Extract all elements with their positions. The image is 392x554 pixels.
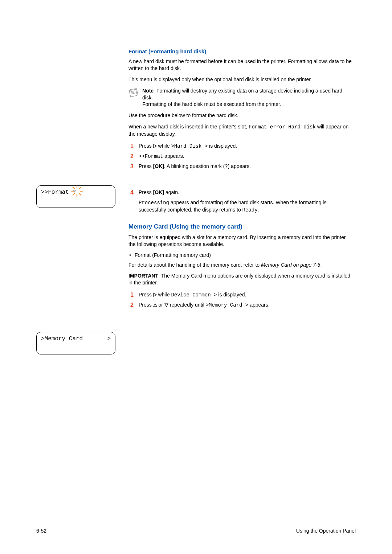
left-column: >>Format ? [36, 48, 120, 312]
para: When a new hard disk is inserted in the … [128, 123, 353, 138]
ok-key: [OK] [153, 163, 164, 169]
step-sub: Processing appears and formatting of the… [139, 199, 353, 214]
ordered-list: 1 Press while >Hard Disk > is displayed.… [128, 142, 353, 171]
code: Device Common > [171, 292, 217, 298]
svg-line-4 [73, 187, 75, 189]
svg-line-6 [79, 187, 81, 189]
note-label: Note [142, 88, 154, 94]
lcd-text-right: > [107, 336, 111, 342]
svg-marker-15 [154, 304, 157, 307]
note-text: Note Formatting will destroy any existin… [142, 87, 353, 108]
para: Use the procedure below to format the ha… [128, 112, 353, 119]
footer-title: Using the Operation Panel [296, 528, 356, 534]
code: Processing [139, 200, 169, 206]
lcd-text: >>Format ? [41, 189, 76, 196]
bullet-item: • Format (Formatting memory card) [129, 252, 353, 258]
content: >>Format ? [36, 48, 356, 312]
svg-marker-9 [129, 89, 137, 97]
para: This menu is displayed only when the opt… [128, 76, 353, 83]
note-block: Note Formatting will destroy any existin… [128, 87, 353, 108]
code: ? [225, 164, 228, 169]
triangle-right-icon [153, 293, 157, 297]
ordered-list: 4 Press [OK] again. Processing appears a… [128, 188, 353, 217]
para: A new hard disk must be formatted before… [128, 58, 353, 72]
code: Format error Hard disk [249, 124, 316, 130]
note-icon [128, 88, 139, 97]
heading-format: Format (Formatting hard disk) [128, 48, 353, 54]
right-column: Format (Formatting hard disk) A new hard… [128, 48, 356, 312]
step-number: 3 [128, 162, 134, 171]
footer-rule [36, 524, 356, 524]
bullet-dot: • [129, 252, 131, 258]
ok-key: [OK] [153, 189, 164, 195]
para: For details about the handling of the me… [128, 262, 353, 268]
svg-marker-14 [154, 293, 156, 296]
triangle-up-icon [153, 303, 157, 307]
reference: Memory Card on page 7-5 [261, 262, 320, 268]
heading-memory-card: Memory Card (Using the memory card) [128, 223, 353, 230]
important-label: IMPORTANT [128, 273, 158, 279]
svg-marker-13 [154, 144, 156, 148]
step-number: 2 [128, 152, 134, 161]
note-body: Formatting will destroy any existing dat… [142, 88, 342, 100]
step-number: 4 [128, 188, 134, 217]
page-number: 6-52 [36, 528, 46, 534]
triangle-down-icon [164, 303, 168, 307]
bullet-text: Format (Formatting memory card) [135, 252, 211, 258]
para: The printer is equipped with a slot for … [128, 234, 353, 248]
code: >Memory Card > [206, 302, 249, 308]
step-number: 2 [128, 301, 134, 309]
top-rule [36, 32, 356, 32]
code: Ready [242, 207, 258, 213]
list-item: 1 Press while >Hard Disk > is displayed. [128, 142, 353, 151]
important-body: The Memory Card menu options are only di… [128, 273, 350, 286]
list-item: 2 Press or repeatedly until >Memory Card… [128, 301, 353, 309]
list-item: 2 >>Format appears. [128, 152, 353, 161]
lcd-text-left: >Memory Card [41, 336, 83, 342]
lcd-display-format: >>Format ? [36, 185, 115, 208]
footer: 6-52 Using the Operation Panel [36, 524, 356, 534]
important-block: IMPORTANT The Memory Card menu options a… [128, 272, 353, 286]
svg-line-5 [79, 194, 81, 196]
code: >>Format [139, 153, 163, 159]
ordered-list: 1 Press while Device Common > is display… [128, 291, 353, 309]
lcd-display-memory-card: >Memory Card > [36, 332, 115, 354]
list-item: 3 Press [OK]. A blinking question mark (… [128, 162, 353, 171]
triangle-right-icon [153, 144, 157, 148]
step-number: 1 [128, 291, 134, 299]
note-body: Formatting of the hard disk must be exec… [142, 101, 281, 107]
step-number: 1 [128, 142, 134, 151]
list-item: 4 Press [OK] again. Processing appears a… [128, 188, 353, 217]
svg-marker-16 [165, 304, 168, 307]
list-item: 1 Press while Device Common > is display… [128, 291, 353, 299]
code: >Hard Disk > [171, 143, 208, 149]
